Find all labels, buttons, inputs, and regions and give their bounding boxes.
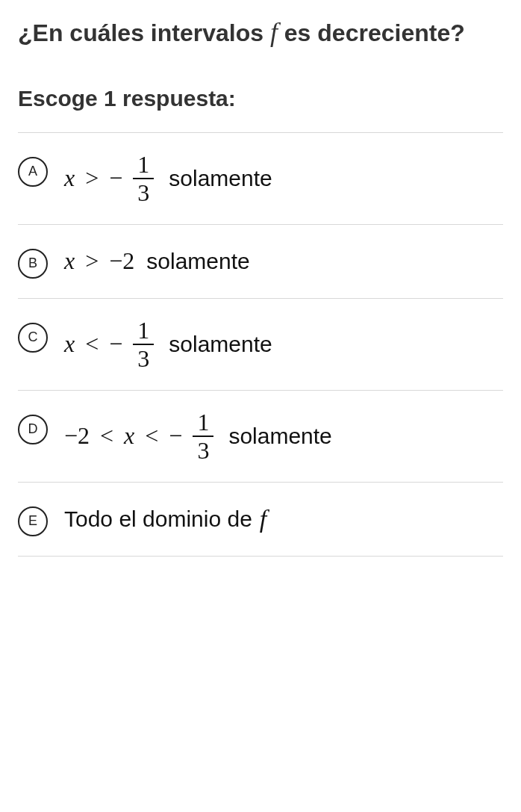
frac-den: 3 [193,436,213,462]
choice-word: solamente [169,166,272,190]
question-suffix: es decreciente? [278,19,465,46]
choice-word: solamente [228,424,331,448]
choice-func: f [260,505,266,533]
frac-num: 1 [133,152,154,178]
question-prefix: ¿En cuáles intervalos [18,19,270,46]
choice-content-d: −2 < x < − 1 3 solamente [64,410,332,462]
frac-den: 3 [133,178,154,205]
math-rel: < [82,331,102,357]
choice-text: Todo el dominio de [64,506,252,531]
question-func: f [270,17,278,47]
choice-d[interactable]: D −2 < x < − 1 3 solamente [18,390,503,482]
choice-word: solamente [146,249,249,273]
math-var: x [124,423,134,449]
math-var: x [64,331,75,357]
math-rel: > [82,248,102,274]
choice-content-a: x > − 1 3 solamente [64,152,272,205]
choice-word: solamente [169,332,272,356]
math-neg: − [169,423,182,449]
frac-num: 1 [193,410,213,436]
math-value: −2 [109,248,134,274]
math-rel2: < [142,423,161,449]
choice-c[interactable]: C x < − 1 3 solamente [18,298,503,390]
math-neg: − [109,331,122,357]
choice-letter-c: C [18,323,48,353]
frac-den: 3 [133,344,154,371]
choice-e[interactable]: E Todo el dominio de f [18,482,503,557]
math-neg: − [109,165,122,191]
math-left: −2 [64,423,90,449]
choice-content-c: x < − 1 3 solamente [64,318,272,371]
choice-letter-b: B [18,249,48,279]
question-text: ¿En cuáles intervalos f es decreciente? [18,15,503,50]
choice-content-e: Todo el dominio de f [64,505,266,533]
math-var: x [64,248,75,274]
math-frac: 1 3 [193,410,213,462]
instruction-text: Escoge 1 respuesta: [18,86,503,111]
choice-letter-a: A [18,157,48,187]
math-frac: 1 3 [133,318,154,371]
choice-letter-e: E [18,506,48,536]
frac-num: 1 [133,318,154,344]
choice-letter-d: D [18,415,48,444]
math-var: x [64,165,75,191]
math-frac: 1 3 [133,152,154,205]
choice-a[interactable]: A x > − 1 3 solamente [18,132,503,224]
choice-b[interactable]: B x > −2 solamente [18,224,503,298]
math-rel: > [82,165,102,191]
choice-content-b: x > −2 solamente [64,248,250,274]
math-rel1: < [97,423,116,449]
